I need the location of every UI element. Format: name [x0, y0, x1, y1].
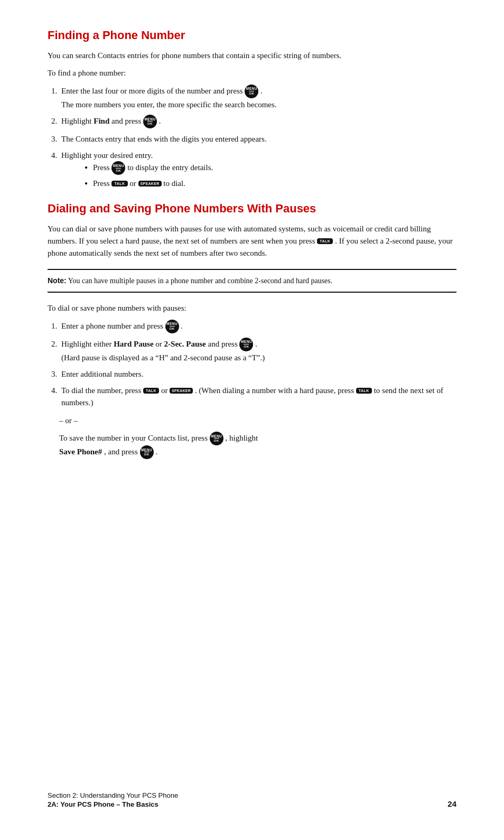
section1-step2: Highlight Find and press MENU OK .: [59, 115, 456, 129]
speaker-icon-1: SPEAKER: [138, 181, 162, 186]
save-para-after: , and press: [104, 447, 140, 456]
menu-ok-icon-1: MENU OK: [245, 85, 258, 98]
step1-period: .: [260, 87, 263, 95]
note-box: Note: You can have multiple pauses in a …: [48, 269, 456, 293]
note-text: You can have multiple pauses in a phone …: [68, 277, 333, 285]
save-para-before: To save the number in your Contacts list…: [59, 434, 210, 442]
footer-section-label: Section 2: Understanding Your PCS Phone: [48, 791, 178, 799]
s2-step4-mid: or: [161, 386, 170, 395]
talk-icon-1: TALK: [111, 181, 127, 186]
section2-steps: Enter a phone number and press MENU OK .…: [59, 320, 456, 409]
footer: Section 2: Understanding Your PCS Phone …: [48, 786, 456, 808]
content: Finding a Phone Number You can search Co…: [48, 29, 456, 786]
step4-text: Highlight your desired entry.: [61, 151, 153, 160]
menu-ok-icon-4: MENU OK: [165, 320, 179, 333]
talk-icon-2: TALK: [143, 388, 159, 394]
menu-ok-icon-3: MENU OK: [111, 161, 125, 175]
section1-title: Finding a Phone Number: [48, 29, 456, 42]
or-divider: – or –: [59, 415, 456, 427]
note-label: Note:: [48, 277, 68, 285]
section2-step2: Highlight either Hard Pause or 2-Sec. Pa…: [59, 338, 456, 364]
talk-icon-section2: TALK: [317, 238, 333, 244]
menu-ok-icon-2: MENU OK: [143, 115, 157, 128]
save-para: To save the number in your Contacts list…: [59, 432, 456, 460]
page: Finding a Phone Number You can search Co…: [0, 0, 504, 840]
footer-page-number: 24: [447, 799, 456, 808]
section1-step3: The Contacts entry that ends with the di…: [59, 133, 456, 145]
s2-step4-after: . (When dialing a number with a hard pau…: [195, 386, 356, 395]
section2-intro: You can dial or save phone numbers with …: [48, 223, 456, 260]
section2-title: Dialing and Saving Phone Numbers With Pa…: [48, 202, 456, 216]
save-para-mid: , highlight: [226, 434, 258, 442]
bullet2-text-before: Press: [93, 179, 111, 188]
s2-step2-cont: (Hard pause is displayed as a “H” and 2-…: [61, 353, 265, 362]
s2-step2-period: .: [255, 340, 257, 348]
save-para-end: .: [155, 447, 157, 456]
step4-bullet2: Press TALK or SPEAKER to dial.: [85, 178, 456, 190]
menu-ok-icon-7: MENU OK: [140, 445, 154, 459]
s2-step1-period: .: [181, 322, 183, 330]
step2-period: .: [159, 117, 161, 125]
footer-left: Section 2: Understanding Your PCS Phone …: [48, 791, 178, 808]
s2-step2-before: Highlight either Hard Pause or 2-Sec. Pa…: [61, 340, 239, 348]
step2-text-before: Highlight Find and press: [61, 117, 143, 125]
speaker-icon-2: SPEAKER: [170, 388, 193, 394]
step4-bullets: Press MENU OK to display the entry detai…: [85, 162, 456, 190]
step1-text: Enter the last four or more digits of th…: [61, 87, 245, 95]
section2: Dialing and Saving Phone Numbers With Pa…: [48, 202, 456, 460]
menu-ok-icon-5: MENU OK: [239, 338, 253, 351]
section1-step1: Enter the last four or more digits of th…: [59, 85, 456, 111]
save-bold: Save Phone#: [59, 447, 102, 456]
s2-step1-text: Enter a phone number and press: [61, 322, 165, 330]
section2-intro2: To dial or save phone numbers with pause…: [48, 302, 456, 314]
section2-step3: Enter additional numbers.: [59, 368, 456, 380]
s2-step4-before: To dial the number, press: [61, 386, 143, 395]
step4-bullet1: Press MENU OK to display the entry detai…: [85, 162, 456, 175]
bullet2-text-after: to dial.: [163, 179, 185, 188]
section1-steps: Enter the last four or more digits of th…: [59, 85, 456, 190]
footer-section-sub: 2A: Your PCS Phone – The Basics: [48, 800, 178, 808]
menu-ok-icon-6: MENU OK: [210, 432, 223, 445]
section2-step4: To dial the number, press TALK or SPEAKE…: [59, 385, 456, 409]
bullet1-text-before: Press: [93, 164, 111, 172]
step1-cont: The more numbers you enter, the more spe…: [61, 100, 277, 109]
section1-intro1: You can search Contacts entries for phon…: [48, 50, 456, 62]
bullet2-text-mid: or: [129, 179, 138, 188]
talk-icon-3: TALK: [356, 388, 372, 394]
section1-intro2: To find a phone number:: [48, 67, 456, 79]
bullet1-text-after: to display the entry details.: [127, 164, 213, 172]
section2-step1: Enter a phone number and press MENU OK .: [59, 320, 456, 334]
section1-step4: Highlight your desired entry. Press MENU…: [59, 150, 456, 190]
